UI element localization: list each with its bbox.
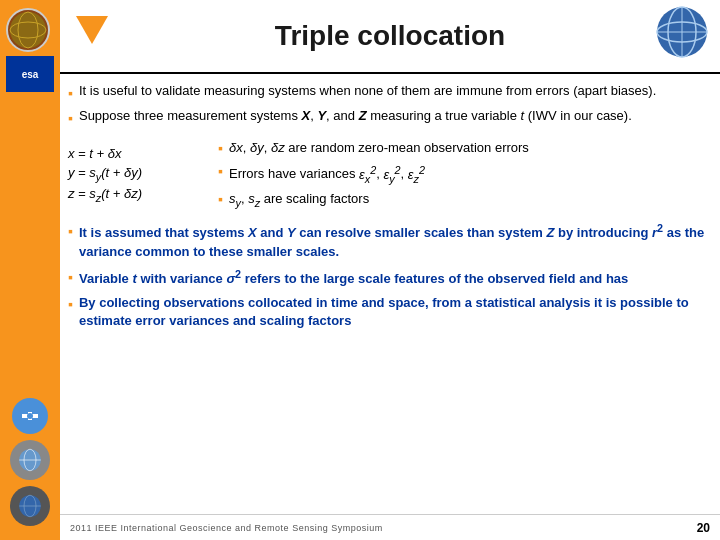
esa-logo-text: esa [22, 69, 39, 80]
equation-2: y = sy(t + δy) [68, 165, 198, 183]
eq-bullet-2: ▪ Errors have variances εx2, εy2, εz2 [218, 162, 529, 186]
footer-text: 2011 IEEE International Geoscience and R… [70, 523, 383, 533]
globe-sidebar-icon [10, 440, 50, 480]
eq-text-2: Errors have variances εx2, εy2, εz2 [229, 162, 425, 186]
svg-point-5 [27, 413, 33, 419]
bold-bullet-text-2: Variable t with variance σ2 refers to th… [79, 267, 628, 289]
sidebar-icons-bottom [10, 398, 50, 526]
svg-point-0 [10, 12, 46, 48]
t-var: t [521, 108, 525, 123]
bullet-marker-2: ▪ [68, 108, 73, 128]
equation-3: z = sz(t + δz) [68, 186, 198, 204]
equations-block: x = t + δx y = sy(t + δy) z = sz(t + δz)… [68, 139, 714, 211]
eq-bullet-1: ▪ δx, δy, δz are random zero-mean observ… [218, 139, 529, 159]
eq-marker-1: ▪ [218, 139, 223, 159]
bold-bullet-item-1: ▪ It is assumed that systems X and Y can… [68, 221, 714, 261]
bullet-section-1: ▪ It is useful to validate measuring sys… [68, 82, 714, 129]
globe-svg-sidebar [18, 448, 42, 472]
bullet-marker-1: ▪ [68, 83, 73, 103]
bold-bullet-item-3: ▪ By collecting observations collocated … [68, 294, 714, 330]
earth-svg [18, 494, 42, 518]
bold-bullet-text-3: By collecting observations collocated in… [79, 294, 714, 330]
eq-text-3: sy, sz are scaling factors [229, 190, 369, 211]
bullet-item-2: ▪ Suppose three measurement systems X, Y… [68, 107, 714, 128]
bold-bullet-item-2: ▪ Variable t with variance σ2 refers to … [68, 267, 714, 289]
esa-logo-container: esa [6, 8, 54, 92]
bold-bullet-marker-3: ▪ [68, 295, 73, 330]
equation-1: x = t + δx [68, 146, 198, 161]
footer: 2011 IEEE International Geoscience and R… [60, 514, 720, 540]
bold-bullet-text-1: It is assumed that systems X and Y can r… [79, 221, 714, 261]
bullet-item-1: ▪ It is useful to validate measuring sys… [68, 82, 714, 103]
xyz-vars: X [302, 108, 311, 123]
main-content: ▪ It is useful to validate measuring sys… [62, 74, 714, 510]
eq-text-1: δx, δy, δz are random zero-mean observat… [229, 139, 529, 157]
z-var-bold: Z [547, 225, 555, 240]
bullet-text-2: Suppose three measurement systems X, Y, … [79, 107, 632, 128]
equations-right: ▪ δx, δy, δz are random zero-mean observ… [218, 139, 529, 211]
y-var-bold: Y [287, 225, 296, 240]
globe-icon-top [8, 10, 48, 50]
satellite-icon [12, 398, 48, 434]
bold-bullet-section: ▪ It is assumed that systems X and Y can… [68, 221, 714, 331]
title-section: Triple collocation [60, 0, 720, 72]
slide-title: Triple collocation [275, 20, 505, 52]
y-var: Y [317, 108, 326, 123]
equations-left: x = t + δx y = sy(t + δy) z = sz(t + δz) [68, 146, 198, 204]
satellite-svg [18, 404, 42, 428]
bottom-icon [10, 486, 50, 526]
esa-logo: esa [6, 56, 54, 92]
eq-bullet-3: ▪ sy, sz are scaling factors [218, 190, 529, 211]
bold-bullet-marker-2: ▪ [68, 268, 73, 289]
eq-marker-3: ▪ [218, 190, 223, 210]
x-var-bold: X [248, 225, 257, 240]
slide: esa [0, 0, 720, 540]
left-sidebar: esa [0, 0, 60, 540]
bullet-text-1: It is useful to validate measuring syste… [79, 82, 656, 103]
bold-bullet-marker-1: ▪ [68, 222, 73, 261]
top-round-logo [6, 8, 50, 52]
z-var: Z [359, 108, 367, 123]
footer-page: 20 [697, 521, 710, 535]
eq-marker-2: ▪ [218, 162, 223, 182]
